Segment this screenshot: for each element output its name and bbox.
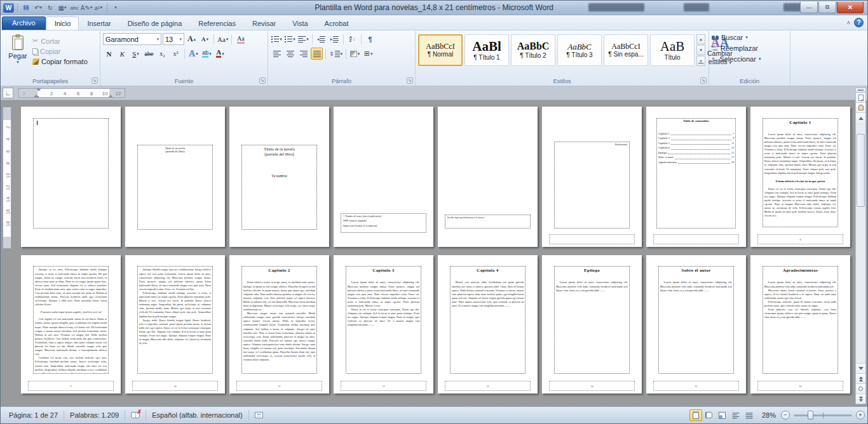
style-titulo-3[interactable]: AaBbC¶ Título 3 (557, 34, 602, 66)
web-layout-button[interactable] (716, 409, 729, 421)
split-handle[interactable] (856, 88, 865, 93)
font-name-combo[interactable]: Garamond▾ (103, 33, 161, 45)
increase-indent-button[interactable]: ▸ (329, 33, 341, 45)
page-thumbnail-16[interactable]: AgradecimientosLorem ipsum dolor sit ame… (750, 255, 850, 394)
paste-button[interactable]: Pegar ▾ (3, 33, 32, 76)
tab-diseno-de-pagina[interactable]: Diseño de página (119, 17, 191, 30)
justify-button[interactable] (311, 48, 323, 60)
view-ruler-button[interactable] (856, 93, 865, 103)
vertical-ruler[interactable]: 24681012141618 (3, 107, 11, 249)
page-thumbnail-4[interactable]: © Nombre del autor, [año de publicación]… (334, 107, 433, 247)
save-icon[interactable]: 💾︎ (21, 3, 31, 13)
underline-button[interactable]: S▾ (130, 48, 142, 60)
page-thumbnail-1[interactable] (21, 107, 121, 247)
page-thumbnail-11[interactable]: Capítulo 2Etiam ultricies lectus in nequ… (229, 255, 329, 394)
horizontal-ruler[interactable]: 246810122 (18, 88, 125, 98)
style-sin-espa[interactable]: AaBbCcI¶ Sin espa... (604, 34, 648, 66)
page-thumbnail-13[interactable]: Capítulo 4Mauris eros molestie nibh. Ves… (438, 255, 538, 394)
replace-button[interactable]: ab⤷ac Reemplazar (712, 44, 788, 52)
style-titulo[interactable]: AaBTítulo (650, 34, 695, 66)
word-count-status[interactable]: Palabras: 1.209 (64, 410, 125, 421)
hand-tool-button[interactable] (856, 103, 865, 113)
tab-archivo[interactable]: Archivo (2, 17, 46, 30)
align-right-button[interactable] (297, 48, 309, 60)
strikethrough-button[interactable]: abe (143, 48, 155, 60)
page-number-status[interactable]: Página: 1 de 27 (3, 410, 64, 421)
style-titulo-1[interactable]: AaBl¶ Título 1 (465, 34, 509, 66)
copy-button[interactable]: Copiar (32, 48, 88, 55)
spelling-icon[interactable]: abc (69, 3, 79, 13)
qat-customize-button[interactable]: ▾ (111, 3, 121, 13)
restore-button[interactable]: ⧉ (818, 2, 836, 13)
page-thumbnail-15[interactable]: Sobre el autorLorem ipsum dolor sit amet… (646, 255, 746, 394)
minimize-button[interactable]: — (800, 2, 818, 13)
align-left-button[interactable] (271, 48, 283, 60)
tab-vista[interactable]: Vista (284, 17, 316, 30)
previous-page-button[interactable] (856, 373, 865, 383)
page-thumbnail-7[interactable]: Tabla de contenidosCapítulo 17Capítulo 2… (646, 107, 746, 247)
scroll-down-icon[interactable] (856, 363, 865, 373)
dialog-launcher-icon[interactable]: ⇘ (259, 77, 266, 84)
zoom-out-button[interactable]: − (781, 411, 790, 420)
word-logo-icon[interactable]: W (3, 3, 14, 13)
next-page-button[interactable] (856, 394, 865, 404)
language-status[interactable]: Español (alfab. internacional) (146, 410, 248, 421)
outline-view-button[interactable] (729, 409, 742, 421)
draw-table-icon[interactable]: ▦▾ (57, 3, 67, 13)
find-button[interactable]: Buscar ▾ (712, 34, 788, 41)
style-normal[interactable]: AaBbCcI¶ Normal (418, 34, 463, 66)
dialog-launcher-icon[interactable]: ⇘ (700, 77, 707, 84)
zoom-level[interactable]: 28% (762, 411, 776, 419)
full-screen-reading-button[interactable] (703, 409, 715, 421)
tab-referencias[interactable]: Referencias (190, 17, 244, 30)
page-thumbnail-3[interactable]: Título de tu novela(portada del libro)Tu… (229, 107, 329, 247)
edit-font-icon[interactable]: A✎▾ (81, 3, 92, 13)
numbering-icon[interactable]: a̲≡▾ (93, 3, 104, 13)
tab-revisar[interactable]: Revisar (244, 17, 284, 30)
change-case-button[interactable]: Aa▾ (217, 33, 229, 45)
page-thumbnail-5[interactable]: Escribe aquí una dedicatoria si lo desea… (438, 107, 538, 247)
style-titulo-2[interactable]: AaBbC¶ Título 2 (511, 34, 555, 66)
left-indent-marker[interactable] (34, 96, 39, 98)
select-browse-object-button[interactable] (856, 383, 865, 394)
right-indent-marker[interactable] (108, 95, 113, 98)
font-color-button[interactable]: A▾ (214, 48, 226, 60)
multilevel-list-button[interactable]: ▾ (297, 33, 309, 45)
page-thumbnail-12[interactable]: Capítulo 3Lorem ipsum dolor sit amet, co… (334, 255, 433, 394)
scrollbar-track[interactable] (857, 134, 865, 358)
subscript-button[interactable]: x₂ (156, 48, 168, 60)
close-button[interactable]: ✕ (837, 2, 864, 13)
page-thumbnail-8[interactable]: Capítulo 1Lorem ipsum dolor sit amet, co… (750, 107, 850, 247)
gallery-up-icon[interactable]: ▲ (696, 34, 705, 44)
zoom-slider-track[interactable] (794, 414, 852, 416)
tab-acrobat[interactable]: Acrobat (316, 17, 357, 30)
page-thumbnail-14[interactable]: EpílogoLorem ipsum dolor sit amet, conse… (542, 255, 642, 394)
superscript-button[interactable]: x² (170, 48, 182, 60)
help-icon[interactable]: ? (854, 18, 864, 27)
borders-button[interactable]: ⊞▾ (362, 48, 374, 60)
redo-icon[interactable]: ↻ (45, 3, 55, 13)
page-thumbnail-2[interactable]: Título de tu novela(portada del libro) (125, 107, 225, 247)
tab-inicio[interactable]: Inicio (46, 17, 79, 30)
bullets-button[interactable]: ▾ (271, 33, 283, 45)
gallery-down-icon[interactable]: ▼ (696, 45, 705, 55)
page-thumbnail-6[interactable]: Dedicatoria (542, 107, 642, 247)
draft-view-button[interactable] (743, 409, 756, 421)
first-line-indent-marker[interactable] (36, 88, 41, 91)
format-painter-button[interactable]: Copiar formato (32, 58, 88, 65)
collapse-ribbon-icon[interactable]: ˄ (847, 20, 850, 26)
numbering-button[interactable]: ▾ (284, 33, 296, 45)
text-effects-button[interactable]: A▾ (187, 48, 200, 60)
highlight-color-button[interactable]: ab▾ (201, 48, 213, 60)
tab-insertar[interactable]: Insertar (79, 17, 119, 30)
clear-formatting-button[interactable]: Aa (234, 33, 247, 45)
cut-button[interactable]: ✂ Cortar (32, 37, 88, 45)
shrink-font-button[interactable]: A▾ (199, 33, 211, 45)
print-layout-view-button[interactable] (689, 409, 702, 421)
bold-button[interactable]: N (103, 48, 115, 60)
scroll-up-icon[interactable] (856, 113, 865, 123)
grow-font-button[interactable]: A▴ (186, 33, 198, 45)
line-spacing-button[interactable]: ⇕▾ (329, 48, 343, 60)
sort-button[interactable]: AZ↓ (346, 33, 358, 45)
decrease-indent-button[interactable]: ◂ (315, 33, 327, 45)
